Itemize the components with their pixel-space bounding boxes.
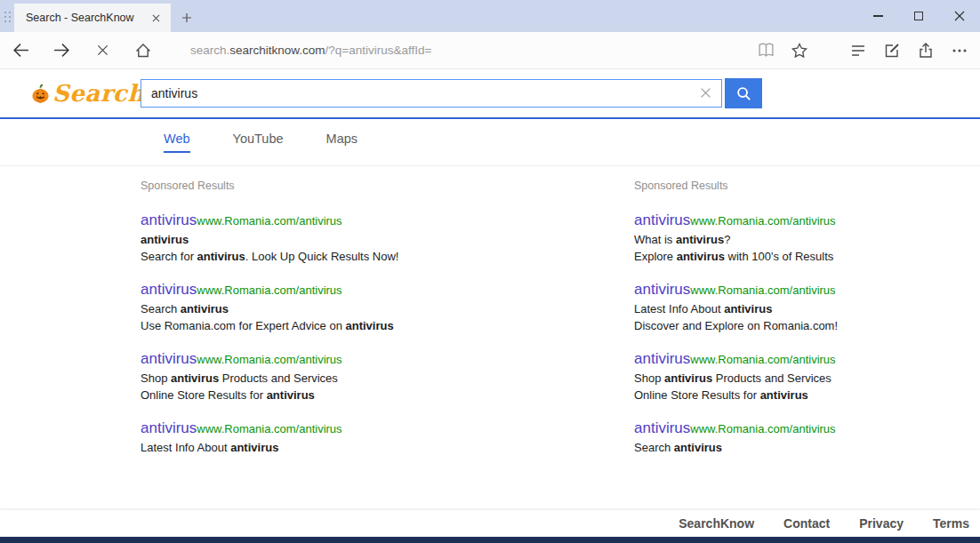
result-url-link[interactable]: www.Romania.com/antivirus [690,212,835,229]
footer-link-privacy[interactable]: Privacy [859,516,904,531]
result-url-link[interactable]: www.Romania.com/antivirus [197,420,341,437]
result-url-link[interactable]: www.Romania.com/antivirus [690,351,835,368]
site-logo[interactable]: Search [30,80,141,107]
result-title-link[interactable]: antivirus [634,210,690,231]
result-description-line: Latest Info About antivirus [141,439,634,456]
tab-close-icon[interactable] [148,10,164,26]
site-header: Search [0,69,980,119]
results-column-right: Sponsored Results antiviruswww.Romania.c… [634,180,980,470]
search-result: antiviruswww.Romania.com/antivirusShop a… [141,348,634,403]
star-icon [791,42,808,60]
reading-view-book-icon [757,41,775,60]
result-title-link[interactable]: antivirus [634,418,690,439]
magnifier-icon [735,85,752,102]
new-tab-button[interactable] [171,4,203,32]
toolbar-divider [816,50,841,51]
browser-toolbar-icons [749,32,980,69]
result-description-line: Search for antivirus. Look Up Quick Resu… [141,248,634,265]
back-arrow-icon [12,41,30,60]
result-url-link[interactable]: www.Romania.com/antivirus [197,212,341,229]
browser-tab-bar: Search - SearchKnow [0,0,980,32]
more-actions-button[interactable] [943,32,976,69]
plus-icon [181,12,192,23]
result-title-link[interactable]: antivirus [141,279,197,300]
result-description-line: Shop antivirus Products and Services [634,370,980,387]
search-box [141,78,762,108]
search-result: antiviruswww.Romania.com/antivirusWhat i… [634,210,980,265]
web-note-pen-icon [883,42,901,60]
tab-youtube[interactable]: YouTube [233,132,284,153]
footer-links: SearchKnow Contact Privacy Terms [0,510,980,537]
search-result: antiviruswww.Romania.com/antivirusLatest… [634,279,980,334]
window-grip-dots [4,12,11,22]
maximize-button[interactable] [898,0,939,32]
share-icon [917,42,935,60]
minimize-button[interactable] [857,0,898,32]
browser-address-bar: search.searchitknow.com/?q=antivirus&aff… [0,32,980,69]
tab-web[interactable]: Web [164,132,190,153]
close-icon [954,11,965,21]
minimize-icon [873,15,883,17]
stop-x-icon [95,43,110,58]
back-button[interactable] [0,32,41,69]
search-result: antiviruswww.Romania.com/antivirusLatest… [141,418,634,456]
ellipsis-icon [951,42,968,60]
logo-text: Search [52,80,145,107]
web-note-button[interactable] [875,32,909,69]
forward-arrow-icon [52,41,71,60]
close-window-button[interactable] [939,0,980,32]
reading-view-button[interactable] [749,32,783,69]
results-column-left: Sponsored Results antiviruswww.Romania.c… [141,180,634,470]
result-title-link[interactable]: antivirus [141,210,197,231]
search-verticals: Web YouTube Maps [0,119,980,166]
url-domain: searchitknow.com [229,44,325,57]
results-area: Sponsored Results antiviruswww.Romania.c… [0,166,980,470]
result-description-line: Search antivirus [141,300,634,317]
maximize-icon [914,12,923,20]
result-description-line: Discover and Explore on Romania.com! [634,317,980,334]
result-title-link[interactable]: antivirus [634,348,690,370]
forward-button[interactable] [41,32,82,69]
url-path: /?q=antivirus&affId= [325,44,432,57]
home-button[interactable] [123,32,164,69]
result-title-link[interactable]: antivirus [141,418,197,439]
search-result: antiviruswww.Romania.com/antivirusSearch… [634,418,980,456]
hub-lines-icon [849,42,867,60]
search-button[interactable] [725,78,762,108]
share-button[interactable] [909,32,943,69]
clear-query-icon[interactable] [700,87,711,99]
result-description-line: antivirus [141,231,634,248]
favorites-button[interactable] [783,32,816,69]
footer-link-searchknow[interactable]: SearchKnow [679,516,754,531]
result-title-link[interactable]: antivirus [634,279,690,300]
footer-link-terms[interactable]: Terms [933,516,969,531]
result-url-link[interactable]: www.Romania.com/antivirus [690,420,835,437]
sponsored-results-label: Sponsored Results [141,180,634,192]
result-description-line: Search antivirus [634,439,980,456]
search-result: antiviruswww.Romania.com/antivirusSearch… [141,279,634,334]
tab-maps[interactable]: Maps [326,132,357,153]
search-result: antiviruswww.Romania.com/antivirusShop a… [634,348,980,403]
footer-accent-bar [0,537,980,543]
result-title-link[interactable]: antivirus [141,348,197,370]
result-description-line: Latest Info About antivirus [634,300,980,317]
tab-title: Search - SearchKnow [26,12,148,24]
stop-button[interactable] [82,32,123,69]
browser-tab-active[interactable]: Search - SearchKnow [14,4,171,32]
search-query-input[interactable] [141,79,722,108]
result-url-link[interactable]: www.Romania.com/antivirus [197,282,341,299]
window-controls [857,0,980,32]
result-description-line: Online Store Results for antivirus [141,387,634,403]
footer-link-contact[interactable]: Contact [783,516,830,531]
page-footer: SearchKnow Contact Privacy Terms [0,510,980,543]
result-description-line: Online Store Results for antivirus [634,387,980,403]
url-prefix: search. [190,44,229,57]
result-url-link[interactable]: www.Romania.com/antivirus [690,282,835,299]
url-field[interactable]: search.searchitknow.com/?q=antivirus&aff… [190,44,431,57]
pumpkin-logo-icon [30,84,51,104]
result-url-link[interactable]: www.Romania.com/antivirus [197,351,341,368]
result-description-line: Explore antivirus with 100's of Results [634,248,980,265]
result-description-line: Use Romania.com for Expert Advice on ant… [141,317,634,334]
hub-button[interactable] [841,32,875,69]
sponsored-results-label: Sponsored Results [634,180,980,192]
